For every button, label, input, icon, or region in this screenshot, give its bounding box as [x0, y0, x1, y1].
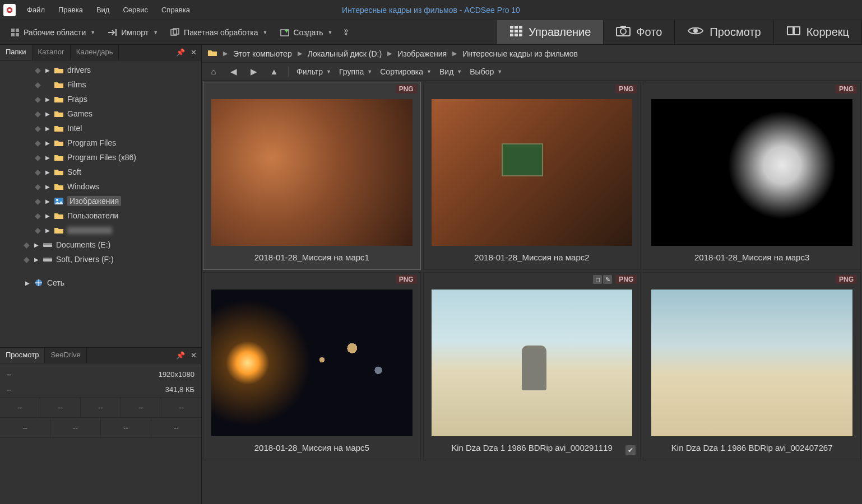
tree-item-network[interactable]: ◆ ▶ Сеть — [1, 276, 200, 290]
close-icon[interactable]: ✕ — [191, 351, 197, 360]
expand-icon[interactable]: ▶ — [45, 140, 50, 146]
mode-manage[interactable]: Управление — [497, 20, 604, 44]
menu-file[interactable]: Файл — [20, 3, 52, 16]
workspaces-button[interactable]: Рабочие области ▼ — [6, 25, 100, 40]
create-button[interactable]: Создать ▼ — [275, 25, 337, 40]
format-badge: PNG — [396, 275, 417, 284]
expand-icon[interactable]: ▶ — [45, 96, 50, 102]
svg-rect-23 — [787, 27, 793, 35]
batch-button[interactable]: Пакетная обработка ▼ — [166, 25, 272, 40]
close-icon[interactable]: ✕ — [191, 48, 197, 57]
thumbnail-caption: 2018-01-28_Миссия на марс2 — [424, 249, 641, 269]
tree-item-fraps[interactable]: ◆ ▶ Fraps — [1, 92, 200, 106]
svg-rect-3 — [16, 29, 19, 32]
tree-item-soft[interactable]: ◆ ▶ Soft — [1, 165, 200, 179]
import-button[interactable]: Импорт ▼ — [103, 25, 163, 40]
tree-item-programfiles[interactable]: ◆ ▶ Program Files — [1, 136, 200, 150]
expand-icon[interactable]: ▶ — [45, 155, 50, 161]
meta-cell: -- — [151, 418, 201, 437]
svg-rect-16 — [510, 34, 513, 36]
thumbnail-item[interactable]: PNG 2018-01-28_Миссия на марс3 — [643, 82, 861, 270]
expand-icon[interactable]: ▶ — [45, 227, 50, 234]
expand-icon[interactable]: ▶ — [45, 125, 50, 132]
breadcrumb-images[interactable]: Изображения — [397, 49, 447, 58]
pin-icon[interactable]: 📌 — [176, 351, 185, 360]
menu-help[interactable]: Справка — [155, 3, 197, 16]
tree-item-users[interactable]: ◆ ▶ Пользователи — [1, 208, 200, 223]
up-icon[interactable]: ▲ — [268, 66, 280, 78]
tree-item-blurred[interactable]: ◆ ▶ — [1, 223, 200, 237]
thumbnail-item[interactable]: PNG 2018-01-28_Миссия на марс5 — [203, 272, 421, 460]
sort-dropdown[interactable]: Сортировка▼ — [380, 67, 432, 76]
menu-view[interactable]: Вид — [90, 3, 117, 16]
folder-icon — [54, 167, 64, 176]
preview-info: -- 1920x1080 -- 341,8 КБ -- -- -- -- -- … — [0, 363, 201, 504]
format-badge: PNG — [396, 85, 417, 94]
thumbnail-image — [651, 290, 852, 436]
folder-icon — [54, 153, 64, 162]
forward-icon[interactable]: ▶ — [248, 66, 260, 78]
tree-item-programfilesx86[interactable]: ◆ ▶ Program Files (x86) — [1, 150, 200, 165]
filter-bar: ⌂ ◀ ▶ ▲ Фильтр▼ Группа▼ Сортировка▼ Вид▼… — [202, 63, 862, 81]
thumbnail-item[interactable]: PNG 2018-01-28_Миссия на марс2 — [423, 82, 641, 270]
thumbnail-caption: 2018-01-28_Миссия на марс1 — [203, 249, 420, 269]
svg-point-20 — [620, 29, 626, 34]
back-icon[interactable]: ◀ — [228, 66, 240, 78]
group-dropdown[interactable]: Группа▼ — [339, 67, 372, 76]
tab-preview[interactable]: Просмотр — [0, 348, 45, 363]
tree-item-documents-e[interactable]: ◆ ▶ Documents (E:) — [1, 237, 200, 252]
menu-tools[interactable]: Сервис — [116, 3, 155, 16]
tab-catalog[interactable]: Каталог — [33, 45, 71, 60]
chevron-right-icon: ▶ — [384, 50, 395, 57]
info-size: 341,8 КБ — [165, 385, 194, 394]
thumbnail-item[interactable]: ◻✎ PNG Kin Dza Dza 1 1986 BDRip avi_0002… — [423, 272, 641, 460]
folder-icon — [54, 80, 64, 89]
drive-icon — [43, 240, 53, 249]
home-icon[interactable]: ⌂ — [207, 66, 220, 78]
shield-icon: ◆ — [34, 109, 41, 118]
mode-preview[interactable]: Просмотр — [675, 20, 773, 44]
expand-icon[interactable]: ▶ — [45, 169, 50, 175]
expand-icon[interactable]: ▶ — [45, 198, 50, 204]
expand-icon[interactable]: ▶ — [25, 280, 30, 286]
tree-item-intel[interactable]: ◆ ▶ Intel — [1, 121, 200, 136]
mode-photo[interactable]: Фото — [604, 20, 675, 44]
check-icon[interactable]: ✔ — [625, 445, 636, 455]
expand-icon[interactable]: ▶ — [34, 242, 39, 248]
info-dash: -- — [7, 385, 12, 394]
expand-icon[interactable]: ▶ — [45, 67, 50, 73]
filter-dropdown[interactable]: Фильтр▼ — [296, 67, 331, 76]
svg-rect-12 — [519, 26, 522, 29]
breadcrumb-current[interactable]: Интересные кадры из фильмов — [462, 49, 578, 58]
expand-icon[interactable]: ▶ — [34, 256, 39, 263]
tree-item-games[interactable]: ◆ ▶ Games — [1, 106, 200, 121]
tree-item-soft-drivers-f[interactable]: ◆ ▶ Soft, Drivers (F:) — [1, 252, 200, 267]
format-badge: PNG — [836, 275, 857, 284]
tab-folders[interactable]: Папки — [0, 45, 33, 60]
toolbar-overflow-icon[interactable]: »▼ — [344, 29, 355, 36]
tree-item-images[interactable]: ◆ ▶ Изображения — [1, 194, 200, 208]
tree-item-films[interactable]: ◆ ▶ Films — [1, 77, 200, 92]
thumbnail-item[interactable]: PNG 2018-01-28_Миссия на марс1 — [203, 82, 421, 270]
pin-icon[interactable]: 📌 — [176, 48, 185, 57]
menu-edit[interactable]: Правка — [52, 3, 90, 16]
shield-icon: ◆ — [34, 182, 41, 191]
expand-icon[interactable]: ▶ — [45, 213, 50, 219]
chevron-right-icon: ▶ — [294, 50, 305, 57]
tab-seedrive[interactable]: SeeDrive — [45, 348, 86, 363]
tree-item-windows[interactable]: ◆ ▶ Windows — [1, 179, 200, 194]
mode-edit[interactable]: Коррекц — [774, 20, 862, 44]
tab-calendar[interactable]: Календарь — [71, 45, 119, 60]
view-dropdown[interactable]: Вид▼ — [439, 67, 462, 76]
breadcrumb-drive-d[interactable]: Локальный диск (D:) — [308, 49, 382, 58]
expand-icon[interactable]: ▶ — [45, 111, 50, 117]
tree-item-drivers[interactable]: ◆ ▶ drivers — [1, 63, 200, 77]
expand-icon[interactable]: ▶ — [45, 184, 50, 190]
select-dropdown[interactable]: Выбор▼ — [470, 67, 502, 76]
folder-tree[interactable]: ◆ ▶ drivers ◆ ▶ Films ◆ ▶ Fraps ◆ ▶ — [0, 60, 201, 347]
svg-rect-28 — [43, 243, 52, 245]
breadcrumb-thispc[interactable]: Этот компьютер — [233, 49, 292, 58]
folder-icon — [54, 95, 64, 104]
mode-photo-label: Фото — [636, 26, 662, 39]
thumbnail-item[interactable]: PNG Kin Dza Dza 1 1986 BDRip avi_0024072… — [643, 272, 861, 460]
